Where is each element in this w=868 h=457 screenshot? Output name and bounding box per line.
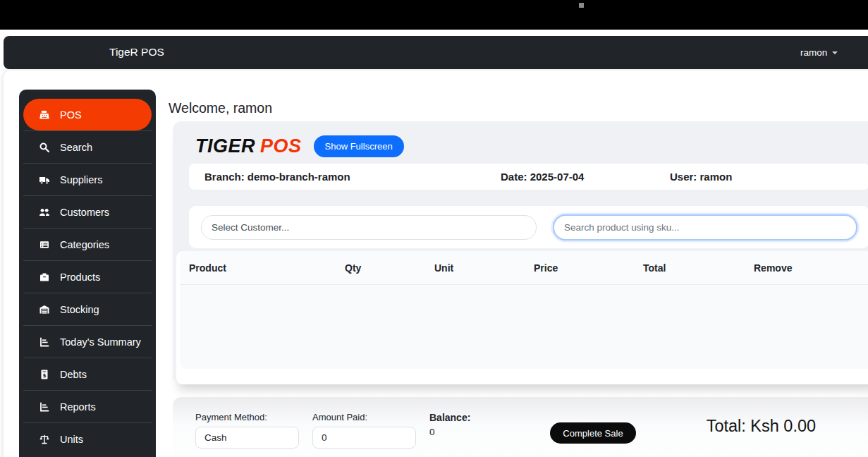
date-info: Date: 2025-07-04 xyxy=(501,171,670,183)
user-info: User: ramon xyxy=(670,171,732,183)
sidebar-item-todays-summary[interactable]: Today's Summary xyxy=(23,325,152,358)
payment-method-label: Payment Method: xyxy=(195,412,299,422)
show-fullscreen-button[interactable]: Show Fullscreen xyxy=(314,135,404,157)
cash-register-icon xyxy=(38,109,51,121)
selection-bar xyxy=(189,206,868,248)
sidebar-item-label: POS xyxy=(60,109,82,121)
cart-table-container: Product Qty Unit Price Total Remove xyxy=(176,251,868,384)
total-amount: Total: Ksh 0.00 xyxy=(707,417,816,436)
col-total: Total xyxy=(643,262,754,274)
sidebar-item-search[interactable]: Search xyxy=(23,130,152,163)
col-qty: Qty xyxy=(345,262,434,274)
sidebar-item-label: Customers xyxy=(60,207,109,218)
sidebar-item-label: Search xyxy=(60,142,92,153)
window-artifact xyxy=(579,3,584,8)
sidebar-item-label: Reports xyxy=(60,401,96,413)
truck-icon xyxy=(38,174,51,185)
logo-text-pos: POS xyxy=(260,135,302,157)
tiger-pos-logo: TIGERPOS xyxy=(195,135,302,157)
sidebar-item-label: Units xyxy=(60,434,83,445)
payment-method-select[interactable]: Cash xyxy=(195,427,299,449)
sidebar-item-pos[interactable]: POS xyxy=(23,99,152,130)
sidebar-item-customers[interactable]: Customers xyxy=(23,195,152,228)
content-area: POS Search Suppliers Customers xyxy=(4,71,868,457)
sidebar-item-products[interactable]: Products xyxy=(23,260,152,293)
logo-row: TIGERPOS Show Fullscreen xyxy=(195,135,868,157)
chevron-down-icon xyxy=(832,51,838,54)
list-icon xyxy=(38,239,51,250)
col-unit: Unit xyxy=(434,262,534,274)
chart-icon xyxy=(38,401,51,413)
sidebar-item-label: Debts xyxy=(60,369,87,380)
balance-label: Balance: xyxy=(429,412,470,423)
sidebar-item-label: Categories xyxy=(60,239,109,250)
amount-paid-label: Amount Paid: xyxy=(312,412,416,422)
invoice-dollar-icon: $ xyxy=(38,369,51,380)
product-search-input[interactable] xyxy=(553,214,857,240)
balance-value: 0 xyxy=(429,427,470,437)
svg-text:$: $ xyxy=(42,372,46,378)
branch-info: Branch: demo-branch-ramon xyxy=(204,171,501,183)
cart-table: Product Qty Unit Price Total Remove xyxy=(180,251,868,369)
app-title: TigeR POS xyxy=(109,46,164,59)
page-title: Welcome, ramon xyxy=(169,100,272,116)
amount-paid-input[interactable] xyxy=(312,427,416,449)
box-icon xyxy=(38,272,51,283)
sidebar: POS Search Suppliers Customers xyxy=(19,90,156,457)
col-remove: Remove xyxy=(754,262,868,274)
payment-method-group: Payment Method: Cash xyxy=(195,412,299,449)
session-info-bar: Branch: demo-branch-ramon Date: 2025-07-… xyxy=(189,164,868,190)
sidebar-item-label: Products xyxy=(60,272,100,283)
customer-select-input[interactable] xyxy=(201,215,537,240)
chart-icon xyxy=(38,336,51,348)
pos-card: TIGERPOS Show Fullscreen Branch: demo-br… xyxy=(173,121,868,384)
sidebar-item-categories[interactable]: Categories xyxy=(23,228,152,260)
col-price: Price xyxy=(534,262,643,274)
sidebar-item-label: Stocking xyxy=(60,304,99,315)
search-icon xyxy=(38,142,51,153)
sidebar-item-suppliers[interactable]: Suppliers xyxy=(23,163,152,195)
user-menu-label: ramon xyxy=(800,47,827,58)
sidebar-item-debts[interactable]: $ Debts xyxy=(23,358,152,390)
logo-text-tiger: TIGER xyxy=(195,135,255,157)
app-navbar: TigeR POS ramon xyxy=(4,36,868,69)
users-icon xyxy=(38,207,51,218)
scale-icon xyxy=(38,434,51,445)
amount-paid-group: Amount Paid: xyxy=(312,412,416,449)
col-product: Product xyxy=(189,262,345,274)
sidebar-item-label: Suppliers xyxy=(60,174,102,185)
complete-sale-button[interactable]: Complete Sale xyxy=(550,422,635,444)
sidebar-item-stocking[interactable]: Stocking xyxy=(23,293,152,325)
top-black-bar xyxy=(0,0,868,30)
payment-card: Payment Method: Cash Amount Paid: Balanc… xyxy=(173,397,868,457)
cart-table-header: Product Qty Unit Price Total Remove xyxy=(180,251,868,285)
balance-group: Balance: 0 xyxy=(429,412,470,437)
sidebar-item-label: Today's Summary xyxy=(60,336,141,348)
user-menu[interactable]: ramon xyxy=(800,47,838,58)
sidebar-nav: POS Search Suppliers Customers xyxy=(23,99,152,455)
sidebar-item-reports[interactable]: Reports xyxy=(23,390,152,422)
warehouse-icon xyxy=(38,304,51,315)
sidebar-item-units[interactable]: Units xyxy=(23,422,152,455)
